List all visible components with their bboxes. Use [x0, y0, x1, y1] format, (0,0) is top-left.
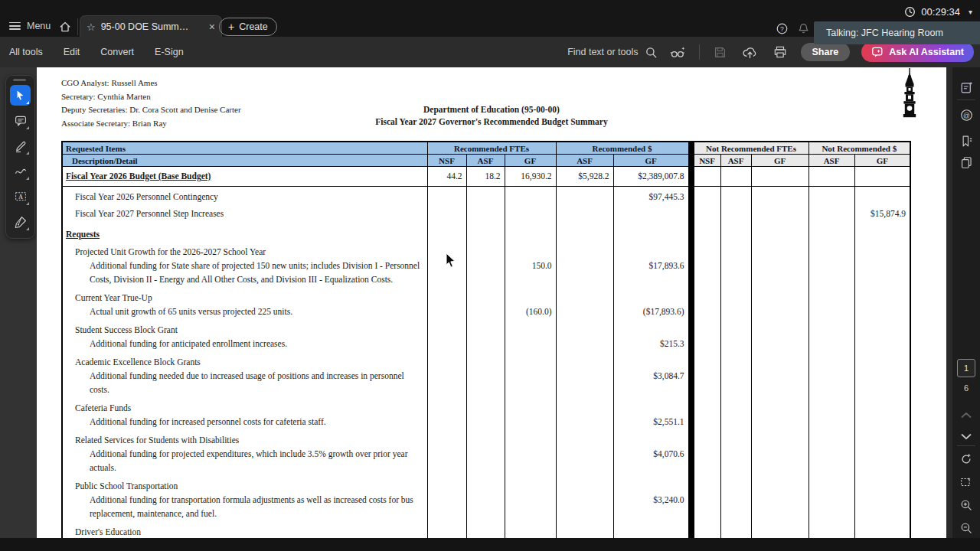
help-button[interactable]: ? — [773, 19, 791, 37]
panel-drag-handle[interactable] — [13, 79, 26, 81]
cell-r_asf — [556, 430, 613, 447]
zoom-out-button[interactable] — [957, 519, 975, 537]
cell-n_asf — [808, 187, 854, 204]
hamburger-icon — [9, 20, 21, 32]
zoom-in-button[interactable] — [957, 496, 975, 514]
home-button[interactable] — [55, 18, 75, 36]
find-button[interactable]: Find text or tools — [567, 46, 657, 59]
cell-n_gf — [854, 522, 910, 538]
cell-nf_nsf — [694, 187, 720, 204]
table-row: Driver's Education — [62, 522, 910, 538]
table-gap — [688, 305, 694, 320]
row-label: Student Success Block Grant — [62, 320, 427, 337]
cell-nf_asf — [720, 369, 751, 398]
row-label: Related Services for Students with Disab… — [62, 430, 427, 447]
cell-n_gf — [854, 167, 910, 187]
tab-all-tools[interactable]: All tools — [9, 47, 43, 57]
favorite-star-icon[interactable]: ☆ — [87, 22, 96, 32]
tab-edit[interactable]: Edit — [64, 47, 80, 57]
vertical-scrollbar[interactable] — [946, 67, 952, 538]
cell-r_gf: $97,445.3 — [613, 187, 688, 204]
svg-text:A: A — [18, 193, 23, 200]
refresh-button[interactable] — [957, 450, 975, 468]
previous-page-button[interactable] — [957, 406, 975, 424]
svg-text:@: @ — [963, 111, 970, 119]
upload-button[interactable] — [741, 43, 760, 61]
table-gap — [688, 288, 694, 305]
cell-nf_gf — [751, 204, 808, 220]
table-gap — [688, 476, 694, 493]
meeting-toast[interactable]: Talking: JFC Hearing Room — [814, 21, 980, 44]
cell-nf_asf — [720, 220, 751, 242]
menu-button[interactable]: Menu — [9, 20, 51, 32]
zoom-in-icon — [959, 498, 973, 512]
table-row: Additional funding for anticipated enrol… — [62, 337, 910, 352]
document-page[interactable]: CGO Analyst: Russell Ames Secretary: Cyn… — [37, 67, 946, 538]
cell-rf_asf — [466, 430, 505, 447]
chevron-down-icon[interactable]: ▾ — [969, 8, 972, 16]
cell-r_asf — [556, 305, 613, 320]
meeting-timer[interactable]: 00:29:34 ▾ — [904, 6, 972, 18]
save-button[interactable] — [711, 43, 730, 61]
cell-r_asf — [556, 522, 613, 538]
organize-pages-panel-button[interactable] — [957, 153, 975, 171]
cell-nf_nsf — [694, 369, 720, 398]
table-gap — [688, 337, 694, 352]
cell-nf_nsf — [694, 493, 720, 522]
next-page-button[interactable] — [957, 427, 975, 445]
ai-summary-button[interactable] — [669, 43, 688, 61]
header-gf: GF — [751, 155, 808, 167]
header-description-detail: Description/Detail — [62, 155, 427, 167]
tab-convert[interactable]: Convert — [100, 47, 134, 57]
comments-panel-button[interactable]: @ — [957, 106, 975, 124]
add-text-tool-button[interactable]: A — [10, 186, 31, 207]
notifications-button[interactable] — [794, 19, 812, 37]
share-button[interactable]: Share — [801, 43, 851, 61]
highlighter-icon — [14, 139, 28, 153]
cell-rf_nsf: 44.2 — [427, 167, 466, 187]
row-label: Requests — [62, 220, 427, 242]
cell-nf_nsf — [694, 220, 720, 242]
cell-rf_asf — [466, 352, 505, 369]
table-gap — [688, 522, 694, 538]
cell-n_asf — [808, 415, 854, 430]
printer-icon — [773, 45, 787, 59]
page-number-input[interactable]: 1 — [957, 359, 975, 377]
print-button[interactable] — [771, 43, 789, 61]
cell-nf_nsf — [694, 167, 720, 187]
fill-sign-tool-button[interactable] — [10, 211, 31, 232]
header-asf: ASF — [556, 155, 613, 167]
marquee-zoom-button[interactable] — [957, 473, 975, 491]
legislative-hall-logo — [899, 68, 920, 120]
bookmarks-panel-button[interactable] — [957, 132, 975, 150]
tab-close-icon[interactable]: × — [209, 21, 215, 32]
cell-rf_gf — [505, 415, 556, 430]
cell-nf_asf — [720, 415, 751, 430]
cell-r_asf — [556, 259, 613, 288]
cell-r_asf — [556, 369, 613, 398]
draw-tool-button[interactable] — [10, 161, 31, 181]
ai-document-icon — [959, 80, 974, 95]
highlight-tool-button[interactable] — [10, 135, 31, 156]
ask-ai-assistant-button[interactable]: Ask AI Assistant — [861, 42, 974, 62]
cell-n_gf — [854, 369, 910, 398]
select-tool-button[interactable] — [10, 85, 31, 106]
tab-esign[interactable]: E-Sign — [155, 47, 184, 57]
cell-nf_gf — [751, 369, 808, 398]
add-comment-tool-button[interactable] — [10, 110, 31, 131]
cell-nf_gf — [751, 320, 808, 337]
cell-nf_gf — [751, 337, 808, 352]
cell-n_asf — [808, 352, 854, 369]
cell-rf_asf — [466, 415, 505, 430]
table-header-row-1: Requested Items Recommended FTEs Recomme… — [62, 142, 910, 155]
table-gap — [688, 242, 694, 259]
document-tab[interactable]: ☆ 95-00 DOE Summary B... × — [80, 15, 222, 37]
zoom-out-icon — [959, 521, 973, 535]
ai-assistant-panel-button[interactable] — [957, 78, 975, 96]
cell-n_gf — [854, 220, 910, 242]
cell-nf_asf — [720, 305, 751, 320]
cell-r_asf — [556, 476, 613, 493]
header-asf: ASF — [808, 155, 854, 167]
cell-r_gf — [613, 522, 688, 538]
create-button[interactable]: + Create — [219, 18, 277, 36]
